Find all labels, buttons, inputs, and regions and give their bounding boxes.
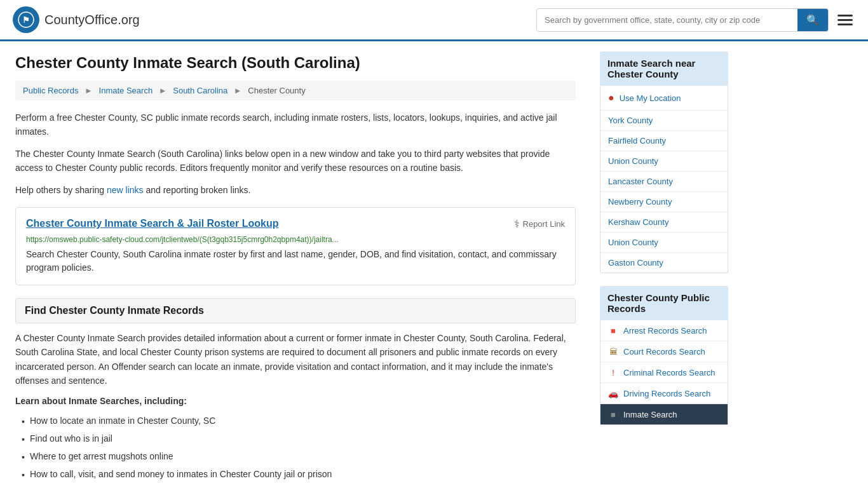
- criminal-icon: !: [608, 367, 618, 377]
- sidebar-county-links-container: York CountyFairfield CountyUnion CountyL…: [600, 111, 728, 273]
- bullet-list: How to locate an inmate in Chester Count…: [15, 412, 576, 488]
- svg-text:⚑: ⚑: [22, 15, 30, 25]
- search-input[interactable]: [537, 10, 797, 30]
- court-icon: 🏛: [608, 346, 618, 356]
- sidebar-pr-link[interactable]: 🚗Driving Records Search: [600, 383, 728, 404]
- sidebar: Inmate Search near Chester County ● Use …: [591, 41, 737, 488]
- sidebar-county-link[interactable]: York County: [600, 111, 728, 131]
- report-icon: ⚕: [514, 218, 520, 230]
- hamburger-menu-button[interactable]: [835, 12, 855, 28]
- body-paragraph: A Chester County Inmate Search provides …: [15, 331, 576, 388]
- site-header: ⚑ CountyOffice.org 🔍: [0, 0, 868, 41]
- breadcrumb-south-carolina[interactable]: South Carolina: [173, 86, 227, 95]
- sidebar-nearby-title: Inmate Search near Chester County: [600, 51, 728, 86]
- sidebar-county-link[interactable]: Gaston County: [600, 253, 728, 273]
- bullet-item: How to locate an inmate in Chester Count…: [22, 412, 576, 430]
- pr-link-label: Arrest Records Search: [623, 326, 707, 336]
- report-link-button[interactable]: ⚕ Report Link: [514, 218, 565, 230]
- link-url: https://omsweb.public-safety-cloud.com/j…: [26, 235, 565, 244]
- search-icon: 🔍: [806, 15, 819, 25]
- section-box: Find Chester County Inmate Records: [15, 298, 576, 323]
- sidebar-pr-link[interactable]: !Criminal Records Search: [600, 362, 728, 383]
- hamburger-line: [837, 15, 853, 17]
- pr-link-label: Criminal Records Search: [623, 368, 715, 377]
- sidebar-pr-link[interactable]: ■Arrest Records Search: [600, 320, 728, 341]
- driving-icon: 🚗: [608, 388, 618, 398]
- sidebar-county-link[interactable]: Lancaster County: [600, 172, 728, 192]
- intro-paragraph-3: Help others by sharing new links and rep…: [15, 183, 576, 197]
- sidebar-county-link[interactable]: Kershaw County: [600, 212, 728, 233]
- main-content: Chester County Inmate Search (South Caro…: [0, 41, 591, 488]
- breadcrumb: Public Records ► Inmate Search ► South C…: [15, 81, 576, 100]
- link-card-header: Chester County Inmate Search & Jail Rost…: [26, 218, 565, 230]
- section-title: Find Chester County Inmate Records: [25, 305, 566, 316]
- bullet-item: When someone will get out of jail or pri…: [22, 484, 576, 488]
- breadcrumb-public-records[interactable]: Public Records: [23, 86, 78, 95]
- sidebar-pr-links: ■Arrest Records Search🏛Court Records Sea…: [600, 320, 728, 425]
- bullet-item: Find out who is in jail: [22, 430, 576, 448]
- search-button[interactable]: 🔍: [797, 9, 828, 31]
- sidebar-public-records-section: Chester County Public Records ■Arrest Re…: [600, 286, 728, 425]
- link-card: Chester County Inmate Search & Jail Rost…: [15, 207, 576, 285]
- pr-link-label: Inmate Search: [623, 410, 677, 419]
- sidebar-county-link[interactable]: Union County: [600, 233, 728, 253]
- subheading: Learn about Inmate Searches, including:: [15, 396, 576, 406]
- intro-paragraph-2: The Chester County Inmate Search (South …: [15, 147, 576, 175]
- logo-area: ⚑ CountyOffice.org: [13, 6, 140, 33]
- hamburger-line: [837, 24, 853, 25]
- sidebar-county-link[interactable]: Union County: [600, 151, 728, 172]
- pr-link-label: Court Records Search: [623, 347, 705, 356]
- breadcrumb-chester-county: Chester County: [248, 86, 305, 95]
- new-links-link[interactable]: new links: [107, 185, 144, 195]
- content-wrapper: Chester County Inmate Search (South Caro…: [0, 41, 868, 488]
- arrest-icon: ■: [608, 325, 618, 336]
- logo-text: CountyOffice.org: [44, 13, 140, 27]
- breadcrumb-sep: ►: [234, 86, 242, 95]
- logo-icon: ⚑: [13, 6, 39, 33]
- pr-link-label: Driving Records Search: [623, 389, 710, 398]
- sidebar-county-link[interactable]: Newberry County: [600, 192, 728, 212]
- intro-paragraph-1: Perform a free Chester County, SC public…: [15, 111, 576, 139]
- search-bar: 🔍: [536, 8, 829, 32]
- sidebar-nearby-section: Inmate Search near Chester County ● Use …: [600, 51, 728, 273]
- sidebar-pr-title: Chester County Public Records: [600, 286, 728, 320]
- breadcrumb-inmate-search[interactable]: Inmate Search: [99, 86, 153, 95]
- bullet-item: Where to get arrest mugshots online: [22, 448, 576, 466]
- sidebar-use-location[interactable]: ● Use My Location: [600, 86, 728, 111]
- breadcrumb-sep: ►: [85, 86, 93, 95]
- sidebar-county-link[interactable]: Fairfield County: [600, 131, 728, 151]
- bullet-item: How to call, visit, and send money to in…: [22, 466, 576, 484]
- page-title: Chester County Inmate Search (South Caro…: [15, 54, 576, 72]
- location-pin-icon: ●: [608, 92, 614, 104]
- header-right: 🔍: [536, 8, 855, 32]
- link-description: Search Chester County, South Carolina in…: [26, 248, 565, 274]
- hamburger-line: [837, 19, 853, 21]
- sidebar-pr-link[interactable]: ■Inmate Search: [600, 404, 728, 424]
- sidebar-nearby-links: ● Use My Location York CountyFairfield C…: [600, 86, 728, 273]
- breadcrumb-sep: ►: [159, 86, 167, 95]
- sidebar-pr-link[interactable]: 🏛Court Records Search: [600, 341, 728, 362]
- link-card-title[interactable]: Chester County Inmate Search & Jail Rost…: [26, 218, 278, 229]
- inmate-icon: ■: [608, 409, 618, 419]
